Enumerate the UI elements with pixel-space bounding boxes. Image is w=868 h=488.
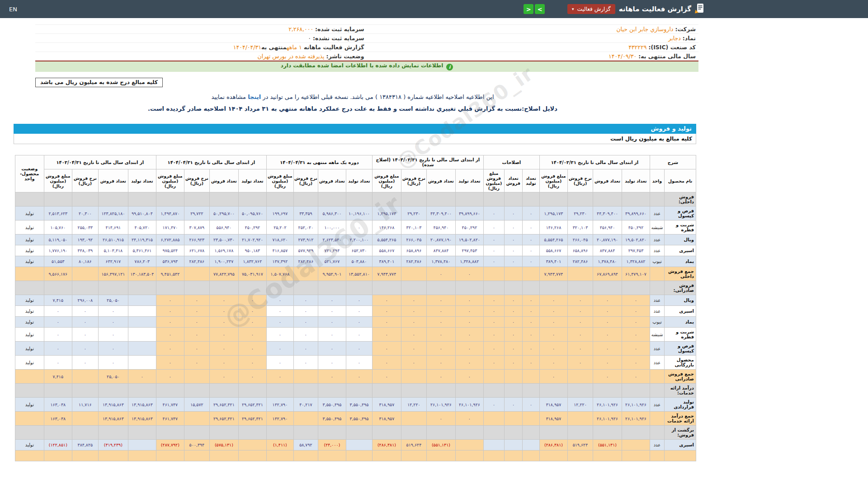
value-cell: ۲,۲۰۰,۱۰۰ (346, 235, 372, 245)
value-cell: ۰ (401, 342, 426, 356)
value-cell: ۲۰,۸۷۷,۱۹۰ (426, 235, 455, 245)
column-header: نرخ فروش (ریال) (293, 169, 318, 192)
value-cell: ۰ (72, 306, 98, 317)
value-cell (455, 450, 483, 461)
value-cell (539, 281, 567, 295)
value-cell: ۰ (504, 256, 522, 267)
value-cell: ۰ (426, 328, 455, 342)
value-cell: ۰ (504, 235, 522, 245)
value-cell: ۱,۴۹۴,۸۷۰ (156, 206, 184, 221)
product-name-cell: ویال (665, 295, 696, 306)
company-field: سرمایه ثبت نشده: ۰ (35, 34, 367, 43)
value-cell: ۷۲۱,۲۹۴ (318, 245, 346, 256)
field-label: منتهی به (261, 44, 287, 51)
unit-cell (650, 426, 664, 440)
value-cell: ۰ (238, 295, 266, 306)
field-label: شرکت: (675, 26, 696, 33)
value-cell (522, 426, 539, 440)
report-type-label: گزارش فعالیت (577, 6, 611, 12)
value-cell: ۰ (156, 317, 184, 328)
value-cell (293, 281, 318, 295)
value-cell (72, 384, 98, 398)
value-cell: ۹۷۵,۵۲۴ (156, 245, 184, 256)
value-cell (504, 450, 522, 461)
value-cell (426, 450, 455, 461)
value-cell (539, 192, 567, 206)
value-cell (209, 192, 238, 206)
value-cell: ۱۵,۵۷۲ (184, 398, 209, 412)
sub-header-row: نام محصولواحدتعداد تولیدتعداد فروشنرخ فر… (15, 169, 696, 192)
value-cell: ۰ (318, 328, 346, 342)
value-cell: ۷۸۶,۲۰۳ (128, 256, 156, 267)
next-report-button[interactable]: > (535, 4, 545, 14)
value-cell: ۶۲۱,۶۷۸ (184, 245, 209, 256)
value-cell: ۰ (44, 306, 72, 317)
value-cell (567, 267, 593, 281)
value-cell: ۰ (238, 328, 266, 342)
value-cell (156, 192, 184, 206)
value-cell: ۰ (593, 370, 622, 384)
value-cell (128, 295, 156, 306)
value-cell: ۱۹۹,۶۹۷ (266, 206, 293, 221)
value-cell: ۰ (98, 306, 128, 317)
value-cell: ۳,۵۵۰,۴۹۵ (318, 398, 346, 412)
unit-cell: عدد (650, 295, 664, 306)
value-cell: ۳۱۸,۹۵۷ (539, 398, 567, 412)
unit-cell: عدد (650, 235, 664, 245)
report-type-dropdown[interactable]: گزارش فعالیت ▾ (567, 4, 615, 14)
value-cell (156, 426, 184, 440)
value-cell: ۳۹,۸۹۹,۶۶۰ (455, 206, 483, 221)
status-cell (15, 412, 44, 426)
value-cell: ۰ (72, 342, 98, 356)
value-cell: ۷۷,۸۲۲,۷۹۵ (209, 267, 238, 281)
chevron-down-icon: ▾ (572, 7, 574, 11)
value-cell (567, 192, 593, 206)
value-cell: ۰ (539, 356, 567, 370)
unit-cell: عدد (650, 440, 664, 450)
value-cell: ۰ (372, 370, 401, 384)
value-cell (98, 384, 128, 398)
value-cell (622, 440, 650, 450)
value-cell: ۰ (522, 206, 539, 221)
top-navigation-bar: گزارش فعالیت ماهانه گزارش فعالیت ▾ > < E… (0, 0, 868, 18)
previous-version-link[interactable]: اینجا (248, 94, 261, 100)
value-cell: ۰ (522, 328, 539, 342)
value-cell (238, 440, 266, 450)
value-cell (184, 412, 209, 426)
status-cell: تولید (15, 295, 44, 306)
value-cell (593, 450, 622, 461)
status-cell: تولید (15, 306, 44, 317)
value-cell: ۰ (266, 342, 293, 356)
unit-cell: تیوپ (650, 317, 664, 328)
value-cell: ۰ (72, 317, 98, 328)
value-cell (293, 412, 318, 426)
previous-report-button[interactable]: < (524, 4, 533, 14)
value-cell: ۰ (522, 342, 539, 356)
status-cell: تولید (15, 235, 44, 245)
value-cell: ۰ (318, 295, 346, 306)
value-cell (238, 450, 266, 461)
value-cell: ۰ (539, 328, 567, 342)
value-cell: ۴۶۱,۷۴۷ (156, 412, 184, 426)
value-cell: ۰ (293, 328, 318, 342)
value-cell (346, 440, 372, 450)
value-cell: ۵۱۹,۶۲۴ (567, 440, 593, 450)
value-cell: ۵,۵۵۴,۲۶۵ (539, 235, 567, 245)
value-cell (522, 281, 539, 295)
value-cell: ۰ (522, 221, 539, 235)
value-cell: ۰ (156, 356, 184, 370)
value-cell (209, 281, 238, 295)
value-cell: ۱۴۶,۲۶۸ (539, 221, 567, 235)
column-header: مبلغ فروش (میلیون ریال) (539, 169, 567, 192)
column-header: تعداد تولید (622, 169, 650, 192)
value-cell: ۰ (455, 267, 483, 281)
section-row: برگشت از فروش: (15, 426, 696, 440)
status-cell (15, 192, 44, 206)
value-cell: ۵۲۱,۷۶۷ (318, 256, 346, 267)
unit-cell: عدد (650, 245, 664, 256)
value-cell: ۰ (622, 306, 650, 317)
value-cell: ۰ (293, 306, 318, 317)
value-cell (483, 192, 504, 206)
language-toggle[interactable]: EN (9, 6, 17, 13)
value-cell (426, 384, 455, 398)
